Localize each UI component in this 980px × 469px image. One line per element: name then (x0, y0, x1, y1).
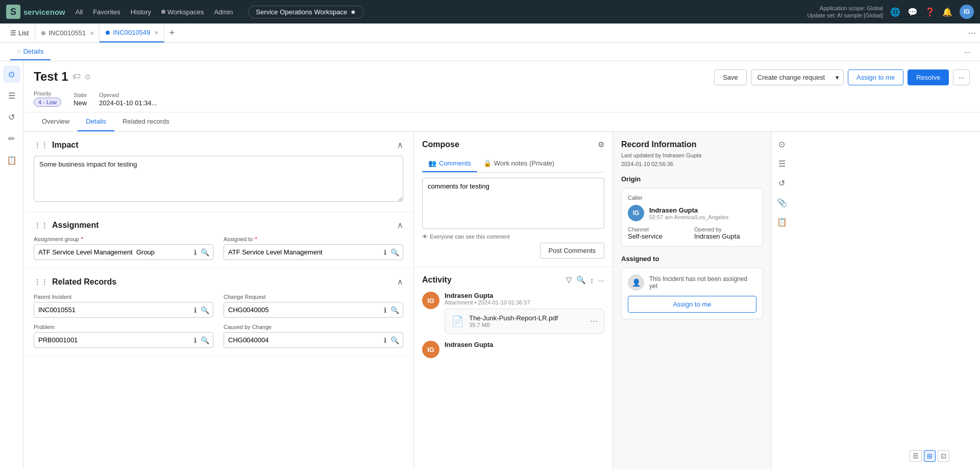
more-actions-button[interactable]: ··· (953, 69, 970, 85)
resolve-button[interactable]: Resolve (908, 69, 949, 85)
view-toggle-cards[interactable]: ⊞ (924, 450, 936, 462)
parent-incident-search-icon[interactable]: 🔍 (199, 305, 211, 315)
related-records-collapse-btn[interactable]: ∧ (397, 277, 403, 287)
parent-incident-input[interactable] (34, 302, 192, 317)
nav-all[interactable]: All (76, 8, 83, 16)
drag-handle-related[interactable]: ⋮⋮ (34, 278, 48, 286)
drag-handle-assignment[interactable]: ⋮⋮ (34, 221, 48, 229)
assigned-search-icon[interactable]: 🔍 (389, 247, 401, 257)
compose-tab-work-notes[interactable]: 🔒 Work notes (Private) (477, 155, 560, 172)
caused-by-info-icon[interactable]: ℹ (382, 335, 388, 345)
post-comments-button[interactable]: Post Comments (540, 243, 604, 259)
save-button[interactable]: Save (714, 69, 747, 85)
right-sidebar-icon-5[interactable]: 📋 (774, 214, 790, 230)
tab-details[interactable]: Details (78, 112, 114, 131)
problem-info-icon[interactable]: ℹ (192, 335, 198, 345)
activity-section: Activity ▽ 🔍 ↕ ··· IG Indrasen Gupta Att… (414, 267, 612, 469)
right-sidebar-icon-4[interactable]: 📎 (774, 194, 790, 210)
impact-textarea[interactable]: Some business impact for testing (34, 156, 403, 202)
compose-textarea[interactable]: comments for testing (422, 178, 604, 229)
caused-by-input[interactable] (224, 333, 382, 347)
change-request-dropdown[interactable]: ▾ (831, 70, 843, 85)
activity-search-icon[interactable]: 🔍 (576, 275, 586, 285)
tab-inc0010551[interactable]: INC0010551 × (35, 24, 100, 42)
nav-links: All Favorites History Workspaces Admin (76, 8, 233, 16)
assignment-group-input[interactable] (34, 245, 192, 260)
parent-incident-info-icon[interactable]: ℹ (192, 305, 198, 315)
origin-card: Caller IG Indrasen Gupta 02:57 am Americ… (621, 188, 763, 247)
sidebar-nav-icon-2[interactable]: ↺ (3, 108, 20, 126)
nav-admin[interactable]: Admin (214, 8, 233, 16)
compose-tab-comments[interactable]: 👥 Comments (422, 155, 477, 172)
impact-collapse-btn[interactable]: ∧ (397, 140, 403, 150)
change-request-input[interactable] (224, 302, 382, 317)
activity-sort-icon[interactable]: ↕ (590, 276, 594, 285)
change-request-info-icon[interactable]: ℹ (382, 305, 388, 315)
tabs-more-button[interactable]: ··· (968, 28, 976, 38)
language-button[interactable]: 🌐 (890, 7, 900, 17)
assigned-card: 👤 This Incident has not been assigned ye… (621, 268, 763, 319)
tab-close-btn-active[interactable]: × (154, 29, 158, 37)
sidebar-nav-icon-1[interactable]: ☰ (3, 87, 20, 104)
drag-handle-impact[interactable]: ⋮⋮ (34, 141, 48, 149)
required-star-assigned: * (255, 236, 257, 242)
create-change-request-button[interactable]: Create change request ▾ (751, 69, 844, 85)
add-tab-button[interactable]: + (164, 28, 180, 38)
view-toggle-list[interactable]: ☰ (910, 450, 922, 462)
right-sidebar-icon-2[interactable]: ☰ (774, 155, 790, 172)
tab-overview[interactable]: Overview (34, 112, 78, 131)
group-info-icon[interactable]: ℹ (192, 247, 198, 257)
sidebar-nav-icon-3[interactable]: ✏ (3, 130, 20, 147)
tab-related-records[interactable]: Related records (114, 112, 178, 131)
list-tab[interactable]: ☰ List (4, 24, 35, 42)
details-more-btn[interactable]: ··· (964, 48, 970, 56)
chat-button[interactable]: 💬 (908, 7, 918, 17)
tab-inc0010549[interactable]: INC0010549 × (100, 24, 164, 42)
servicenow-logo[interactable]: S servicenow (6, 5, 65, 19)
tab-bar: ☰ List INC0010551 × INC0010549 × + ··· (0, 24, 980, 43)
assignment-title: ⋮⋮ Assignment (34, 221, 99, 230)
caused-by-search-icon[interactable]: 🔍 (389, 335, 401, 345)
caller-info: Indrasen Gupta 02:57 am America/Los_Ange… (649, 206, 728, 220)
assignment-collapse-btn[interactable]: ∧ (397, 220, 403, 230)
user-avatar[interactable]: IG (960, 5, 974, 19)
change-request-icons: ℹ 🔍 (382, 305, 403, 315)
right-sidebar-icon-3[interactable]: ↺ (774, 175, 790, 191)
right-sidebar-icon-1[interactable]: ⊙ (774, 136, 790, 152)
attachment-more-btn[interactable]: ··· (590, 316, 598, 326)
assign-to-me-card-button[interactable]: Assign to me (628, 296, 756, 313)
nav-favorites[interactable]: Favorites (93, 8, 120, 16)
details-sub-tab[interactable]: ○ Details (10, 43, 51, 60)
required-star-group: * (81, 236, 83, 242)
tag-icon-2[interactable]: ⊙ (85, 73, 91, 81)
sidebar-home-icon[interactable]: ⊙ (3, 65, 20, 83)
priority-value: 4 - Low (34, 98, 61, 107)
record-info-updated: Last updated by Indrasen Gupta 2024-01-1… (621, 151, 763, 168)
sidebar-nav-icon-4[interactable]: 📋 (3, 151, 20, 169)
group-search-icon[interactable]: 🔍 (199, 247, 211, 257)
workspace-button[interactable]: Service Operations Workspace ★ (248, 6, 364, 18)
attachment-name: The-Junk-Push-Report-LR.pdf (469, 314, 585, 322)
attachment-info: The-Junk-Push-Report-LR.pdf 39.7 MB (469, 314, 585, 328)
assign-to-me-header-button[interactable]: Assign to me (848, 69, 903, 85)
nav-workspaces[interactable]: Workspaces (161, 8, 204, 16)
change-request-search-icon[interactable]: 🔍 (389, 305, 401, 315)
nav-history[interactable]: History (131, 8, 151, 16)
top-navigation: S servicenow All Favorites History Works… (0, 0, 980, 24)
problem-input[interactable] (34, 333, 192, 347)
assigned-info-icon[interactable]: ℹ (382, 247, 388, 257)
problem-label: Problem (34, 324, 213, 330)
caller-label: Caller (628, 195, 756, 201)
tab-close-btn[interactable]: × (90, 29, 94, 37)
view-toggle-split[interactable]: ⊡ (938, 450, 949, 462)
tag-icon[interactable]: 🏷 (72, 72, 81, 81)
compose-settings-icon[interactable]: ⚙ (598, 140, 604, 149)
problem-search-icon[interactable]: 🔍 (199, 335, 211, 345)
help-button[interactable]: ❓ (925, 7, 935, 17)
assigned-to-input[interactable] (224, 245, 382, 260)
activity-filter-icon[interactable]: ▽ (566, 275, 572, 285)
notifications-button[interactable]: 🔔 (942, 7, 952, 17)
priority-meta: Priority 4 - Low (34, 90, 61, 107)
activity-more-icon[interactable]: ··· (598, 276, 604, 285)
eye-icon: 👁 (422, 233, 428, 240)
